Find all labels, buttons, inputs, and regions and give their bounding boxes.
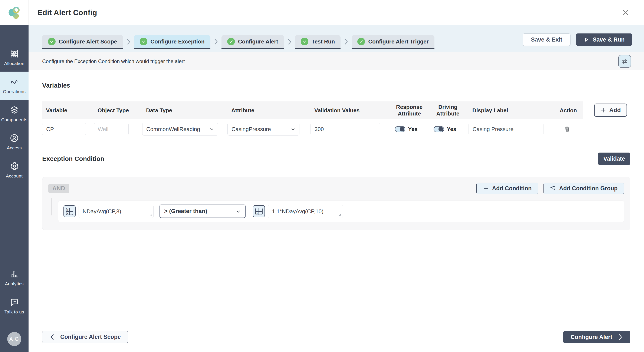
data-type-select[interactable]: CommonWellReading (142, 123, 218, 136)
table-row: CommonWellReading CasingPressure (42, 119, 583, 139)
back-button-label: Configure Alert Scope (60, 334, 121, 340)
chevron-down-icon (235, 208, 241, 214)
sidebar-item-operations[interactable]: Operations (0, 72, 28, 100)
sidebar-item-talk-to-us[interactable]: Talk to us (0, 292, 28, 320)
add-variable-button[interactable]: Add (594, 104, 627, 117)
chevron-right-icon (618, 334, 623, 340)
chevron-left-icon (50, 334, 54, 340)
plus-icon (483, 185, 489, 191)
chevron-down-icon (209, 126, 214, 132)
wizard-footer: Configure Alert Scope Configure Alert (28, 322, 644, 352)
step-configure-alert[interactable]: Configure Alert (222, 35, 284, 49)
sidebar-item-allocation[interactable]: Allocation (0, 44, 28, 72)
response-attribute-state: Yes (408, 126, 418, 133)
display-label-input[interactable] (468, 123, 544, 135)
trash-icon (564, 126, 570, 133)
col-header-validation-values: Validation Values (310, 107, 392, 114)
back-button[interactable]: Configure Alert Scope (42, 331, 128, 343)
edit-alert-config-window: Edit Alert Config Allocation (0, 0, 644, 352)
response-attribute-toggle[interactable] (395, 126, 405, 132)
variables-heading: Variables (42, 82, 630, 89)
chat-icon (10, 297, 19, 307)
variable-input[interactable] (42, 123, 86, 135)
save-run-button[interactable]: Save & Run (576, 34, 632, 46)
col-header-action: Action (556, 107, 583, 114)
close-button[interactable] (620, 7, 632, 19)
rhs-expression-wrap: 1.1*NDayAvg(CP,10) (268, 205, 343, 218)
col-header-display-label: Display Label (468, 107, 556, 114)
layers-icon (10, 105, 19, 115)
step-configure-alert-trigger[interactable]: Configure Alert Trigger (352, 35, 434, 49)
lhs-expression-input[interactable]: NDayAvg(CP,3) (78, 205, 154, 218)
operator-select[interactable]: > (Greater than) (160, 205, 246, 218)
col-header-driving-attribute: Driving Attribute (430, 104, 468, 117)
play-icon (584, 37, 589, 43)
add-condition-button[interactable]: Add Condition (476, 183, 538, 194)
step-complete-icon (301, 38, 308, 45)
close-icon (622, 9, 629, 16)
calculator-icon: +−×= (255, 208, 262, 215)
lhs-formula-builder-button[interactable]: +−×= (64, 205, 76, 217)
rhs-formula-builder-button[interactable]: +−×= (253, 205, 265, 217)
step-complete-icon (48, 38, 56, 45)
step-configure-alert-scope[interactable]: Configure Alert Scope (42, 35, 123, 49)
stepper-band: Configure Alert Scope Configure Exceptio… (28, 25, 644, 52)
col-header-data-type: Data Type (142, 107, 228, 114)
validation-values-input[interactable] (310, 123, 380, 135)
step-test-run[interactable]: Test Run (295, 35, 340, 49)
col-header-response-attribute: Response Attribute (392, 104, 430, 117)
content: Variables Variable Object Type Data Type… (28, 70, 644, 322)
sidebar-item-analytics[interactable]: Analytics (0, 264, 28, 292)
validate-button[interactable]: Validate (598, 153, 630, 165)
step-label: Configure Exception (150, 38, 205, 45)
driving-attribute-toggle[interactable] (434, 126, 444, 132)
chevron-down-icon (290, 126, 296, 132)
branch-icon (550, 185, 556, 191)
bar-chart-icon (10, 269, 19, 279)
step-complete-icon (357, 38, 365, 45)
add-condition-group-label: Add Condition Group (559, 185, 618, 192)
operator-value: > (Greater than) (164, 208, 207, 215)
col-header-variable: Variable (42, 107, 94, 114)
sidebar-item-label: Account (6, 173, 23, 179)
response-attribute-cell: Yes (392, 126, 430, 133)
col-header-object-type: Object Type (94, 107, 142, 114)
sidebar-item-access[interactable]: Access (0, 128, 28, 156)
delete-row-button[interactable] (564, 126, 570, 133)
condition-group-header: AND Add Condition (48, 183, 624, 194)
save-run-label: Save & Run (593, 37, 624, 43)
next-button-label: Configure Alert (571, 334, 612, 340)
step-label: Test Run (312, 38, 335, 45)
add-condition-group-button[interactable]: Add Condition Group (544, 183, 624, 194)
save-exit-button[interactable]: Save & Exit (522, 34, 570, 46)
data-type-value: CommonWellReading (146, 126, 200, 133)
group-operator-chip[interactable]: AND (48, 184, 69, 193)
description-band: Configure the Exception Condition which … (28, 52, 644, 70)
sidebar: Allocation Operations Components (0, 25, 28, 352)
plus-icon (600, 107, 606, 113)
user-avatar[interactable]: A G (7, 332, 21, 346)
col-header-attribute: Attribute (228, 107, 310, 114)
main-area: Configure Alert Scope Configure Exceptio… (28, 25, 644, 352)
rhs-expression-input[interactable]: 1.1*NDayAvg(CP,10) (268, 205, 343, 218)
step-complete-icon (140, 38, 147, 45)
swap-view-button[interactable] (618, 55, 631, 68)
chevron-right-icon (287, 39, 292, 45)
step-label: Configure Alert (238, 38, 278, 45)
condition-connector-line (51, 198, 52, 215)
sidebar-item-label: Components (1, 117, 27, 122)
sidebar-item-account[interactable]: Account (0, 156, 28, 184)
condition-row: +−×= NDayAvg(CP,3) > (Greater than) +−×= (58, 200, 624, 222)
sidebar-item-components[interactable]: Components (0, 100, 28, 128)
object-type-input[interactable] (94, 123, 129, 135)
add-condition-label: Add Condition (492, 185, 532, 192)
page-title: Edit Alert Config (38, 8, 97, 17)
toggle-knob (400, 127, 404, 131)
exception-heading-row: Exception Condition Validate (42, 153, 630, 165)
sidebar-item-label: Access (7, 145, 22, 150)
attribute-value: CasingPressure (232, 126, 271, 133)
next-button[interactable]: Configure Alert (563, 331, 630, 343)
step-configure-exception[interactable]: Configure Exception (134, 35, 210, 49)
attribute-select[interactable]: CasingPressure (228, 123, 300, 136)
table-header-row: Variable Object Type Data Type Attribute… (42, 101, 583, 119)
